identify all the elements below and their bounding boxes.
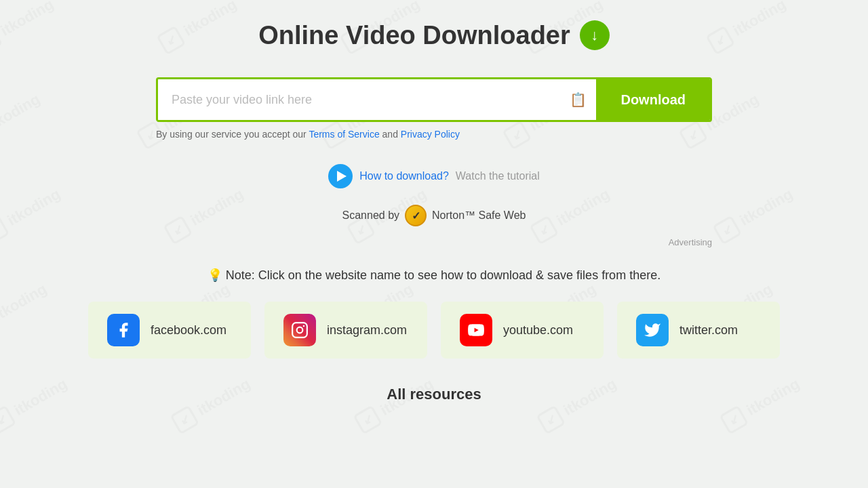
how-to-link[interactable]: How to download? (359, 170, 449, 182)
privacy-policy-link[interactable]: Privacy Policy (401, 129, 460, 140)
terms-text: By using our service you accept our Term… (156, 129, 712, 140)
twitter-icon (636, 314, 669, 346)
page-title: Online Video Downloader (258, 21, 570, 50)
youtube-name: youtube.com (503, 323, 573, 338)
twitter-name: twitter.com (679, 323, 738, 338)
main-content: Online Video Downloader ↓ 📋 Download By … (0, 0, 868, 403)
note-icon: 💡 (208, 268, 222, 282)
norton-badge: ✓ (405, 205, 427, 226)
platform-card-youtube[interactable]: youtube.com (441, 302, 604, 359)
terms-and: and (382, 129, 398, 140)
terms-of-service-link[interactable]: Terms of Service (309, 129, 379, 140)
svg-rect-0 (292, 323, 307, 338)
svg-point-2 (303, 325, 305, 327)
terms-prefix: By using our service you accept our (156, 129, 307, 140)
note-section: 💡 Note: Click on the website name to see… (208, 268, 660, 283)
instagram-icon (283, 314, 316, 346)
page-title-section: Online Video Downloader ↓ (258, 20, 610, 50)
norton-checkmark: ✓ (412, 209, 420, 222)
facebook-icon (107, 314, 140, 346)
search-row: 📋 Download (156, 77, 712, 122)
platform-card-facebook[interactable]: facebook.com (88, 302, 251, 359)
url-input[interactable] (158, 79, 596, 120)
how-to-section: How to download? Watch the tutorial (328, 164, 540, 188)
download-button[interactable]: Download (596, 79, 710, 120)
youtube-icon (460, 314, 492, 346)
instagram-name: instagram.com (327, 323, 407, 338)
down-arrow-icon: ↓ (591, 26, 598, 44)
platform-card-twitter[interactable]: twitter.com (617, 302, 780, 359)
search-area: 📋 Download By using our service you acce… (156, 77, 712, 140)
note-text: Note: Click on the website name to see h… (226, 268, 660, 282)
norton-section: Scanned by ✓ Norton™ Safe Web (342, 205, 526, 226)
norton-prefix: Scanned by (342, 209, 400, 222)
title-download-icon: ↓ (580, 20, 610, 50)
platform-card-instagram[interactable]: instagram.com (264, 302, 427, 359)
all-resources-label: All resources (387, 386, 481, 403)
tutorial-description: Watch the tutorial (456, 170, 540, 182)
play-icon (328, 164, 353, 188)
svg-point-1 (297, 327, 303, 333)
all-resources-heading: All resources (387, 386, 481, 403)
platforms-grid: facebook.com instagram.com youtube.com (88, 302, 780, 359)
norton-name: Norton™ Safe Web (432, 209, 526, 222)
facebook-name: facebook.com (151, 323, 226, 338)
input-wrapper: 📋 (158, 79, 596, 120)
advertising-label: Advertising (156, 237, 712, 247)
advertising-text: Advertising (669, 237, 712, 247)
